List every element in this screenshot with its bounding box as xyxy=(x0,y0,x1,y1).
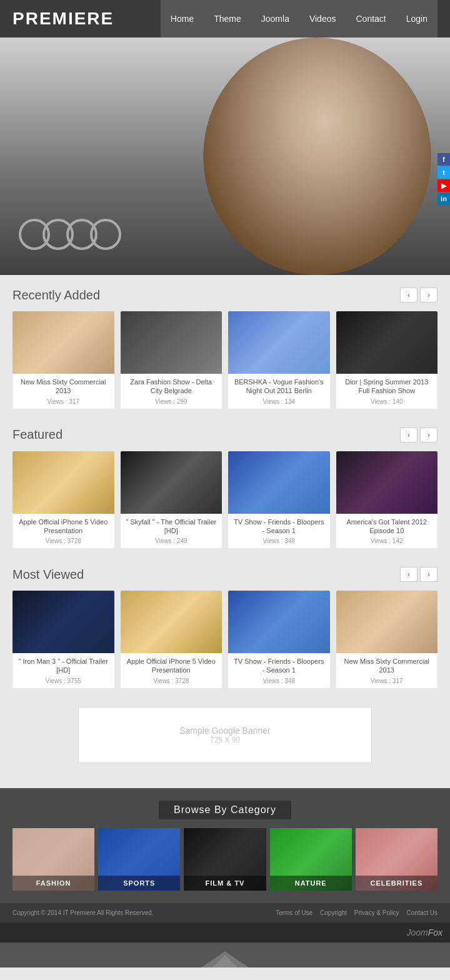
thumb-miss-sixty-1 xyxy=(12,311,114,374)
banner-container: Sample Google Banner 728 X 90 xyxy=(12,707,438,763)
category-grid: FASHION SPORTS FILM & TV NATURE CELEBRIT… xyxy=(12,828,438,891)
recently-added-section: Recently Added ‹ › New Miss Sixty Commer… xyxy=(12,288,438,409)
most-viewed-views-2: Views : 3728 xyxy=(126,678,218,684)
category-label-sports: SPORTS xyxy=(98,876,180,891)
category-label-nature: NATURE xyxy=(270,876,352,891)
most-viewed-title: Most Viewed xyxy=(12,568,84,582)
thumb-iphone5-1 xyxy=(12,451,114,514)
logo: PREMIERE xyxy=(12,9,161,29)
category-label-celebrities: CELEBRITIES xyxy=(356,876,438,891)
nav-home[interactable]: Home xyxy=(161,0,204,38)
video-views-3: Views : 134 xyxy=(233,398,325,405)
most-viewed-nav: ‹ › xyxy=(400,567,438,582)
video-info-2: Zara Fashion Show - Delta City Belgrade … xyxy=(121,374,222,409)
thumb-miss-sixty-2 xyxy=(336,591,438,653)
nav-joomla[interactable]: Joomla xyxy=(251,0,299,38)
most-viewed-views-1: Views : 3755 xyxy=(18,678,109,684)
nav-videos[interactable]: Videos xyxy=(299,0,346,38)
most-viewed-views-4: Views : 317 xyxy=(341,678,433,684)
audi-rings xyxy=(19,219,121,250)
most-viewed-item-4[interactable]: New Miss Sixty Commercial 2013 Views : 3… xyxy=(336,591,438,688)
google-banner[interactable]: Sample Google Banner 728 X 90 xyxy=(78,707,372,763)
most-viewed-info-2: Apple Official iPhone 5 Video Presentati… xyxy=(121,653,222,688)
most-viewed-info-1: " Iron Man 3 " - Official Trailer [HD] V… xyxy=(12,653,114,688)
nav-contact[interactable]: Contact xyxy=(346,0,396,38)
most-viewed-prev[interactable]: ‹ xyxy=(400,567,418,582)
video-info-4: Dior | Spring Summer 2013 Full Fashion S… xyxy=(336,374,438,409)
category-celebrities[interactable]: CELEBRITIES xyxy=(356,828,438,891)
featured-item-4[interactable]: America's Got Talent 2012 Episode 10 Vie… xyxy=(336,451,438,549)
most-viewed-item-2[interactable]: Apple Official iPhone 5 Video Presentati… xyxy=(121,591,222,688)
video-info-1: New Miss Sixty Commercial 2013 Views : 3… xyxy=(12,374,114,409)
most-viewed-next[interactable]: › xyxy=(420,567,438,582)
footer-contact[interactable]: Contact Us xyxy=(407,909,438,916)
thumb-agt xyxy=(336,451,438,514)
hero-banner: f t ▶ in xyxy=(0,38,450,275)
category-label-film: FILM & TV xyxy=(184,876,266,891)
featured-prev[interactable]: ‹ xyxy=(400,428,418,442)
most-viewed-item-3[interactable]: TV Show - Friends - Bloopers - Season 1 … xyxy=(228,591,330,688)
category-label-fashion: FASHION xyxy=(12,876,94,891)
twitter-icon[interactable]: t xyxy=(438,166,450,179)
recently-added-prev[interactable]: ‹ xyxy=(400,288,418,302)
thumb-zara xyxy=(121,311,222,374)
featured-views-3: Views : 348 xyxy=(233,538,325,544)
hero-person xyxy=(194,38,431,275)
recently-added-nav: ‹ › xyxy=(400,288,438,302)
thumb-bershka xyxy=(228,311,330,374)
featured-title-1: Apple Official iPhone 5 Video Presentati… xyxy=(18,518,109,536)
recently-added-item-2[interactable]: Zara Fashion Show - Delta City Belgrade … xyxy=(121,311,222,409)
featured-title: Featured xyxy=(12,428,62,442)
thumb-friends xyxy=(228,451,330,514)
ring-4 xyxy=(90,219,121,250)
featured-item-1[interactable]: Apple Official iPhone 5 Video Presentati… xyxy=(12,451,114,549)
most-viewed-info-3: TV Show - Friends - Bloopers - Season 1 … xyxy=(228,653,330,688)
video-views-2: Views : 299 xyxy=(126,398,218,405)
featured-info-2: " Skyfall " - The Official Trailer [HD] … xyxy=(121,514,222,549)
featured-item-2[interactable]: " Skyfall " - The Official Trailer [HD] … xyxy=(121,451,222,549)
thumb-friends-2 xyxy=(228,591,330,653)
mountain-decoration xyxy=(0,942,450,968)
featured-info-3: TV Show - Friends - Bloopers - Season 1 … xyxy=(228,514,330,549)
most-viewed-item-1[interactable]: " Iron Man 3 " - Official Trailer [HD] V… xyxy=(12,591,114,688)
youtube-icon[interactable]: ▶ xyxy=(438,179,450,192)
featured-views-4: Views : 142 xyxy=(341,538,433,544)
footer-terms[interactable]: Terms of Use xyxy=(276,909,312,916)
browse-title-container: Browse By Category xyxy=(12,801,438,819)
video-title-1: New Miss Sixty Commercial 2013 xyxy=(18,378,109,396)
main-content: Recently Added ‹ › New Miss Sixty Commer… xyxy=(0,275,450,788)
footer-logo-section: JoomFox xyxy=(0,922,450,942)
recently-added-item-4[interactable]: Dior | Spring Summer 2013 Full Fashion S… xyxy=(336,311,438,409)
facebook-icon[interactable]: f xyxy=(438,153,450,166)
footer-links: Terms of Use Copyright Privacy & Policy … xyxy=(276,909,438,916)
category-fashion[interactable]: FASHION xyxy=(12,828,94,891)
most-viewed-header: Most Viewed ‹ › xyxy=(12,567,438,582)
nav-theme[interactable]: Theme xyxy=(204,0,251,38)
most-viewed-section: Most Viewed ‹ › " Iron Man 3 " - Officia… xyxy=(12,567,438,688)
featured-info-4: America's Got Talent 2012 Episode 10 Vie… xyxy=(336,514,438,549)
thumb-iphone5-2 xyxy=(121,591,222,653)
most-viewed-grid: " Iron Man 3 " - Official Trailer [HD] V… xyxy=(12,591,438,688)
recently-added-next[interactable]: › xyxy=(420,288,438,302)
thumb-dior xyxy=(336,311,438,374)
featured-header: Featured ‹ › xyxy=(12,428,438,442)
category-sports[interactable]: SPORTS xyxy=(98,828,180,891)
category-section: Browse By Category FASHION SPORTS FILM &… xyxy=(0,788,450,903)
most-viewed-title-4: New Miss Sixty Commercial 2013 xyxy=(341,657,433,675)
recently-added-item-3[interactable]: BERSHKA - Vogue Fashion's Night Out 2011… xyxy=(228,311,330,409)
linkedin-icon[interactable]: in xyxy=(438,192,450,205)
footer-copyright[interactable]: Copyright xyxy=(320,909,347,916)
recently-added-grid: New Miss Sixty Commercial 2013 Views : 3… xyxy=(12,311,438,409)
most-viewed-title-3: TV Show - Friends - Bloopers - Season 1 xyxy=(233,657,325,675)
featured-grid: Apple Official iPhone 5 Video Presentati… xyxy=(12,451,438,549)
category-film-tv[interactable]: FILM & TV xyxy=(184,828,266,891)
joomfox-logo: JoomFox xyxy=(406,928,442,938)
category-nature[interactable]: NATURE xyxy=(270,828,352,891)
social-sidebar: f t ▶ in xyxy=(438,153,450,205)
featured-item-3[interactable]: TV Show - Friends - Bloopers - Season 1 … xyxy=(228,451,330,549)
recently-added-item-1[interactable]: New Miss Sixty Commercial 2013 Views : 3… xyxy=(12,311,114,409)
featured-next[interactable]: › xyxy=(420,428,438,442)
nav-login[interactable]: Login xyxy=(396,0,438,38)
footer-privacy[interactable]: Privacy & Policy xyxy=(354,909,399,916)
featured-title-4: America's Got Talent 2012 Episode 10 xyxy=(341,518,433,536)
